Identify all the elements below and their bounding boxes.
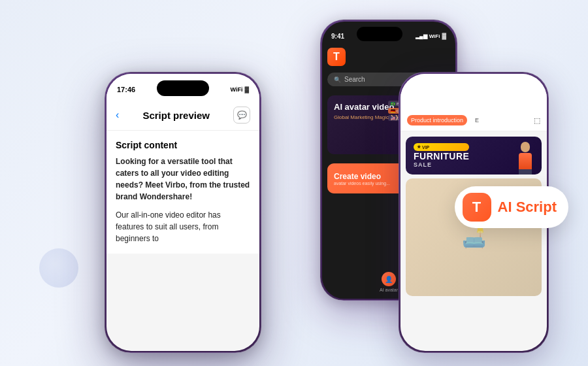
phone-front: 17:46 WiFi ▓ ‹ Script preview 💬 Script c… — [105, 72, 261, 353]
script-content-area: Script content Looking for a versatile t… — [106, 131, 259, 254]
ai-script-icon: T — [463, 193, 491, 222]
create-video-info: Create video avatar videos easily using.… — [334, 172, 390, 186]
share-icon[interactable]: ⬚ — [534, 116, 540, 125]
script-paragraph-1: Looking for a versatile tool that caters… — [116, 156, 250, 203]
chat-icon-glyph: 💬 — [237, 110, 247, 120]
status-icons: ▂▄▆ WiFi ▓ — [416, 33, 446, 39]
dynamic-island — [357, 27, 402, 41]
vip-label: VIP — [422, 145, 429, 150]
front-status-icons: WiFi ▓ — [231, 86, 249, 93]
ai-script-label: AI Script — [498, 199, 557, 216]
person-legs — [519, 169, 532, 175]
script-preview-title: Script preview — [142, 110, 210, 121]
person-body — [519, 153, 532, 169]
app-icon: T — [327, 48, 346, 66]
battery-icon: ▓ — [442, 33, 446, 39]
product-image-placeholder: 🛋️ — [462, 226, 486, 249]
person-head — [521, 142, 530, 152]
front-wifi-icon: WiFi — [231, 86, 243, 93]
back-button[interactable]: ‹ — [116, 109, 119, 121]
script-paragraph-1-bold: Looking for a versatile tool that caters… — [116, 157, 250, 201]
second-tab[interactable]: E — [471, 115, 483, 125]
front-notch — [157, 80, 209, 96]
furniture-card: ★ VIP FURNITURE SALE — [406, 137, 542, 175]
phone-front-screen: 17:46 WiFi ▓ ‹ Script preview 💬 Script c… — [106, 74, 259, 351]
furniture-subtitle: SALE — [414, 161, 469, 168]
script-paragraph-2: Our all-in-one video editor has features… — [116, 209, 250, 244]
vip-star-icon: ★ — [417, 144, 421, 150]
script-section-title: Script content — [116, 140, 250, 150]
back-phone-time: 9:41 — [331, 33, 344, 40]
furniture-info: ★ VIP FURNITURE SALE — [414, 143, 469, 168]
product-introduction-tab[interactable]: Product introduction — [407, 115, 467, 125]
back-phone-status-bar: 9:41 ▂▄▆ WiFi ▓ — [322, 22, 455, 48]
wifi-icon: WiFi — [429, 33, 440, 39]
create-video-label: Create video — [334, 172, 390, 181]
furniture-person — [514, 142, 536, 175]
search-placeholder: Search — [344, 76, 365, 83]
create-video-sublabel: avatar videos easily using... — [334, 181, 390, 186]
nav-avatar-icon: 👤 — [382, 272, 396, 286]
front-phone-time: 17:46 — [117, 86, 135, 93]
product-tab-bar: Product introduction E ⬚ — [400, 110, 547, 131]
vip-badge: ★ VIP — [414, 143, 469, 151]
furniture-banner: ★ VIP FURNITURE SALE — [406, 137, 542, 175]
search-icon: 🔍 — [334, 76, 341, 83]
bg-circle-left — [39, 248, 78, 288]
signal-icon: ▂▄▆ — [416, 33, 427, 39]
ai-script-icon-letter: T — [472, 199, 481, 216]
nav-ai-avatar[interactable]: 👤 AI avatar — [380, 272, 398, 292]
front-battery-icon: ▓ — [244, 86, 249, 93]
chat-button[interactable]: 💬 — [233, 107, 250, 124]
script-header: ‹ Script preview 💬 — [106, 101, 259, 131]
front-status-bar: 17:46 WiFi ▓ — [106, 74, 259, 101]
nav-avatar-label: AI avatar — [380, 288, 398, 292]
furniture-title: FURNITURE — [414, 151, 469, 161]
app-icon-label: T — [333, 51, 340, 63]
ai-script-badge: T AI Script — [455, 186, 568, 228]
